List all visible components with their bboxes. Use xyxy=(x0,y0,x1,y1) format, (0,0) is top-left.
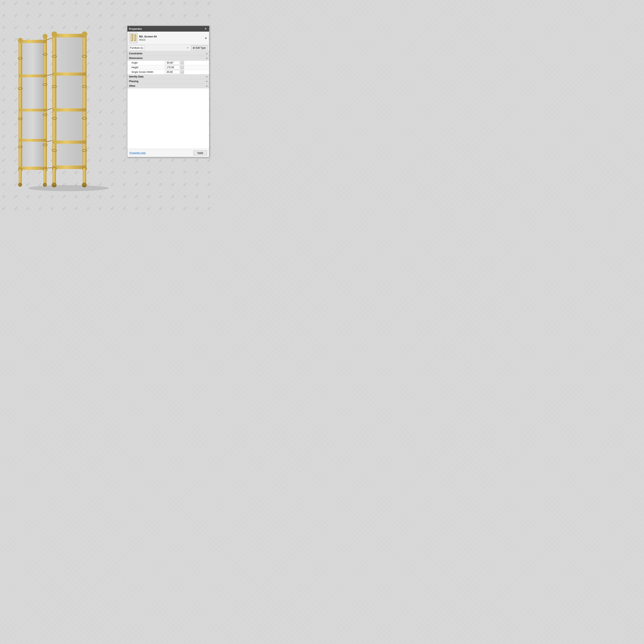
svg-rect-68 xyxy=(135,34,136,41)
svg-rect-1 xyxy=(43,36,47,169)
angle-edit-btn[interactable]: … xyxy=(180,61,184,65)
svg-rect-62 xyxy=(131,34,133,35)
props-spacer xyxy=(127,88,209,149)
element-subtype: Wood xyxy=(139,38,203,41)
properties-panel: Properties ✕ R xyxy=(127,26,209,157)
svg-rect-29 xyxy=(52,34,87,37)
svg-line-58 xyxy=(47,168,52,168)
properties-table: Constraints » Dimensions « Angle 30.00° … xyxy=(127,51,209,149)
svg-rect-63 xyxy=(131,40,133,41)
svg-line-54 xyxy=(47,38,52,40)
section-constraints[interactable]: Constraints » xyxy=(127,51,209,56)
section-other[interactable]: Other » xyxy=(127,84,209,88)
prop-label-angle: Angle xyxy=(127,61,165,65)
svg-rect-69 xyxy=(134,34,136,35)
svg-point-59 xyxy=(28,185,109,191)
svg-rect-64 xyxy=(131,35,132,37)
svg-rect-71 xyxy=(134,35,135,37)
svg-line-57 xyxy=(47,140,52,142)
category-select[interactable]: Furniture (1) xyxy=(129,45,144,50)
prop-row-angle: Angle 30.00° … xyxy=(127,61,209,65)
section-phasing-label: Phasing xyxy=(129,80,138,83)
section-identity-toggle: » xyxy=(206,75,207,78)
screen-width-val-group: 45.00 … xyxy=(165,70,208,74)
svg-rect-5 xyxy=(19,109,47,111)
svg-rect-7 xyxy=(22,43,43,74)
close-button[interactable]: ✕ xyxy=(204,27,207,31)
prop-value-height: 170.00 … xyxy=(165,65,209,70)
section-phasing[interactable]: Phasing » xyxy=(127,79,209,84)
svg-point-17 xyxy=(18,183,22,187)
svg-rect-28 xyxy=(83,34,87,169)
element-info: RD_Screen 04 Wood xyxy=(139,35,203,41)
svg-point-12 xyxy=(43,34,47,39)
svg-rect-32 xyxy=(52,108,87,111)
section-identity-label: Identity Data xyxy=(129,75,143,78)
svg-rect-34 xyxy=(56,37,83,72)
svg-rect-35 xyxy=(56,76,83,108)
section-constraints-label: Constraints xyxy=(129,52,142,55)
section-dimensions[interactable]: Dimensions « xyxy=(127,56,209,61)
svg-rect-15 xyxy=(19,169,22,185)
height-val-group: 170.00 … xyxy=(165,66,208,69)
section-phasing-toggle: » xyxy=(206,80,207,83)
svg-line-55 xyxy=(47,74,52,76)
prop-value-screen-width: 45.00 … xyxy=(165,70,209,74)
svg-rect-4 xyxy=(19,74,47,77)
svg-rect-9 xyxy=(22,112,43,139)
svg-rect-2 xyxy=(19,40,47,43)
panel-title: Properties xyxy=(129,27,142,30)
section-other-label: Other xyxy=(129,85,135,87)
svg-rect-16 xyxy=(43,169,46,185)
edit-type-button[interactable]: ⊞ Edit Type xyxy=(191,45,207,50)
angle-value[interactable]: 30.00° xyxy=(165,61,180,65)
screen-width-edit-btn[interactable]: … xyxy=(180,70,184,74)
height-value[interactable]: 170.00 xyxy=(165,66,180,69)
svg-rect-65 xyxy=(131,37,132,39)
prop-label-screen-width: Single Screen Width xyxy=(127,70,165,74)
svg-rect-70 xyxy=(134,40,136,41)
section-dimensions-toggle: « xyxy=(206,57,207,60)
svg-line-56 xyxy=(47,108,52,110)
svg-rect-31 xyxy=(52,72,87,76)
category-select-wrapper: Furniture (1) xyxy=(129,45,190,50)
svg-rect-37 xyxy=(56,144,83,165)
svg-point-38 xyxy=(52,31,57,37)
svg-point-39 xyxy=(82,31,87,37)
element-name: RD_Screen 04 xyxy=(139,35,203,38)
apply-button[interactable]: Apply xyxy=(193,151,207,155)
section-dimensions-label: Dimensions xyxy=(129,57,143,60)
height-edit-btn[interactable]: … xyxy=(180,66,184,69)
screen-width-value[interactable]: 45.00 xyxy=(165,70,180,74)
section-other-toggle: » xyxy=(206,85,207,87)
prop-row-height: Height 170.00 … xyxy=(127,65,209,70)
prop-value-angle: 30.00° … xyxy=(165,61,209,65)
svg-point-11 xyxy=(18,38,23,43)
svg-rect-8 xyxy=(22,77,43,108)
viewport xyxy=(0,0,125,217)
svg-rect-36 xyxy=(56,111,83,140)
edit-type-label: Edit Type xyxy=(196,46,206,49)
svg-rect-27 xyxy=(52,34,56,169)
angle-val-group: 30.00° … xyxy=(165,61,208,65)
svg-rect-3 xyxy=(19,167,47,170)
edit-type-icon: ⊞ xyxy=(193,46,195,49)
prop-label-height: Height xyxy=(127,65,165,70)
panel-footer: Properties help Apply xyxy=(127,149,209,157)
panel-titlebar: Properties ✕ xyxy=(127,26,209,32)
prop-row-screen-width: Single Screen Width 45.00 … xyxy=(127,70,209,74)
svg-rect-73 xyxy=(134,40,135,40)
category-row: Furniture (1) ⊞ Edit Type xyxy=(127,45,209,51)
svg-rect-72 xyxy=(134,37,135,39)
element-dropdown-arrow[interactable]: ▾ xyxy=(204,36,207,40)
svg-rect-6 xyxy=(19,139,47,142)
svg-rect-30 xyxy=(52,165,87,169)
svg-rect-33 xyxy=(52,140,87,144)
svg-rect-61 xyxy=(132,34,133,41)
model-svg xyxy=(8,28,113,193)
svg-rect-66 xyxy=(131,39,132,40)
svg-rect-10 xyxy=(22,142,43,166)
element-header: RD_Screen 04 Wood ▾ xyxy=(127,32,209,45)
section-identity[interactable]: Identity Data » xyxy=(127,74,209,79)
properties-help-link[interactable]: Properties help xyxy=(129,152,146,154)
